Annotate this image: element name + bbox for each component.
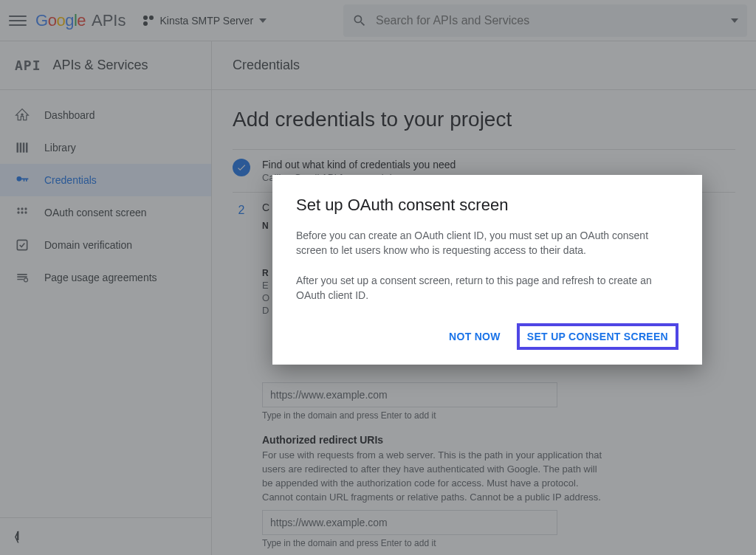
modal-text-2: After you set up a consent screen, retur…	[296, 273, 678, 303]
oauth-consent-modal: Set up OAuth consent screen Before you c…	[272, 175, 702, 365]
modal-text-1: Before you can create an OAuth client ID…	[296, 228, 678, 258]
not-now-button[interactable]: NOT NOW	[439, 323, 511, 350]
modal-title: Set up OAuth consent screen	[296, 196, 678, 215]
setup-consent-button[interactable]: SET UP CONSENT SCREEN	[517, 323, 678, 350]
